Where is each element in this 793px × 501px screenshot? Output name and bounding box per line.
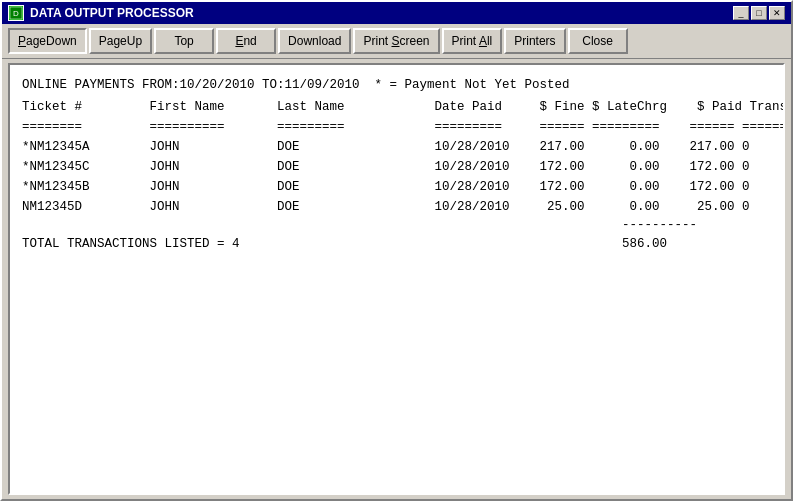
app-icon: D <box>8 5 24 21</box>
report-content: ONLINE PAYMENTS FROM:10/20/2010 TO:11/09… <box>8 63 785 495</box>
report-row-1: *NM12345A JOHN DOE 10/28/2010 217.00 0.0… <box>22 137 771 157</box>
report-row-4: NM12345D JOHN DOE 10/28/2010 25.00 0.00 … <box>22 197 771 217</box>
top-button[interactable]: Top <box>154 28 214 54</box>
report-total-separator: ---------- <box>22 217 771 235</box>
title-bar-left: D DATA OUTPUT PROCESSOR <box>8 5 194 21</box>
printers-button[interactable]: Printers <box>504 28 565 54</box>
main-window: D DATA OUTPUT PROCESSOR _ □ ✕ PageDown P… <box>0 0 793 501</box>
close-button[interactable]: Close <box>568 28 628 54</box>
window-title: DATA OUTPUT PROCESSOR <box>30 6 194 20</box>
printscreen-button[interactable]: Print Screen <box>353 28 439 54</box>
report-row-2: *NM12345C JOHN DOE 10/28/2010 172.00 0.0… <box>22 157 771 177</box>
svg-text:D: D <box>13 9 19 18</box>
pagedown-button[interactable]: PageDown <box>8 28 87 54</box>
maximize-button[interactable]: □ <box>751 6 767 20</box>
end-button[interactable]: End <box>216 28 276 54</box>
report-row-3: *NM12345B JOHN DOE 10/28/2010 172.00 0.0… <box>22 177 771 197</box>
minimize-button[interactable]: _ <box>733 6 749 20</box>
report-separator: ======== ========== ========= ========= … <box>22 119 771 137</box>
printall-button[interactable]: Print All <box>442 28 503 54</box>
download-button[interactable]: Download <box>278 28 351 54</box>
title-bar-controls: _ □ ✕ <box>733 6 785 20</box>
pageup-button[interactable]: PageUp <box>89 28 152 54</box>
toolbar: PageDown PageUp Top End Download Print S… <box>2 24 791 59</box>
report-header: ONLINE PAYMENTS FROM:10/20/2010 TO:11/09… <box>22 75 771 95</box>
report-total-line: TOTAL TRANSACTIONS LISTED = 4 586.00 <box>22 234 771 254</box>
title-bar: D DATA OUTPUT PROCESSOR _ □ ✕ <box>2 2 791 24</box>
close-window-button[interactable]: ✕ <box>769 6 785 20</box>
report-col-headers: Ticket # First Name Last Name Date Paid … <box>22 97 771 117</box>
